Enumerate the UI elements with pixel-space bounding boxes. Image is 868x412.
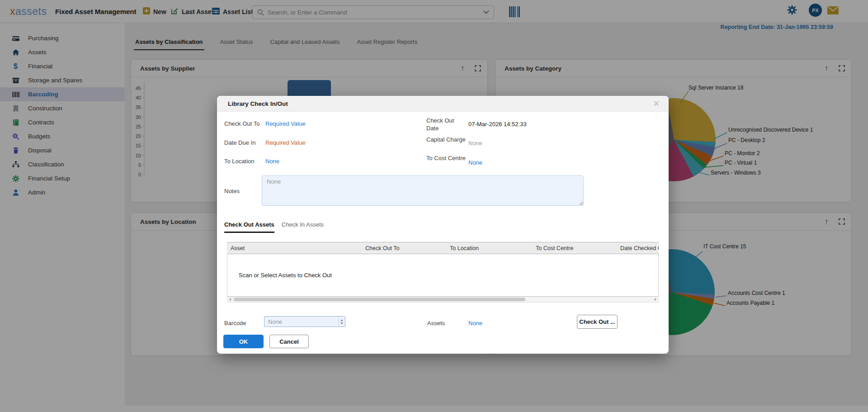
column-header-asset[interactable]: Asset — [231, 245, 245, 251]
grid-header-row: Asset Check Out To To Location To Cost C… — [227, 242, 659, 254]
check-out-to-value-link[interactable]: Required Value — [265, 120, 306, 127]
grid-empty-text: Scan or Select Assets to Check Out — [239, 272, 332, 279]
assets-label: Assets — [427, 320, 445, 327]
column-header-to-location[interactable]: To Location — [450, 245, 479, 251]
capital-charge-value: None — [468, 140, 482, 147]
column-header-check-out-to[interactable]: Check Out To — [365, 245, 400, 251]
assets-value-link[interactable]: None — [468, 320, 482, 327]
capital-charge-label: Capital Charge — [426, 136, 467, 144]
notes-textarea[interactable] — [262, 175, 584, 206]
scrollbar-thumb[interactable] — [234, 298, 525, 301]
tab-check-in-assets[interactable]: Check In Assets — [282, 221, 324, 232]
grid-empty-body: Scan or Select Assets to Check Out — [227, 254, 659, 297]
check-out-date-value: 07-Mar-2026 14:52:33 — [468, 121, 527, 128]
tab-check-out-assets[interactable]: Check Out Assets — [224, 221, 274, 232]
to-cost-centre-value-link[interactable]: None — [468, 159, 482, 166]
check-out-to-label: Check Out To — [224, 120, 260, 127]
app-root: xassets Fixed Asset Management New Last … — [0, 0, 868, 412]
ok-button[interactable]: OK — [223, 335, 264, 348]
assets-grid: Asset Check Out To To Location To Cost C… — [227, 242, 659, 303]
notes-label: Notes — [224, 188, 240, 194]
column-header-to-cost-centre[interactable]: To Cost Centre — [536, 245, 573, 251]
dialog-title: Library Check In/Out — [228, 100, 653, 107]
to-location-label: To Location — [224, 158, 255, 165]
dialog-header: Library Check In/Out ✕ — [217, 96, 669, 112]
date-due-in-value-link[interactable]: Required Value — [265, 139, 306, 146]
horizontal-scrollbar[interactable] — [227, 297, 659, 303]
barcode-label: Barcode — [224, 320, 246, 327]
check-out-button[interactable]: Check Out ... — [577, 315, 618, 329]
close-icon[interactable]: ✕ — [653, 99, 660, 109]
spinner-up-icon[interactable] — [340, 319, 343, 321]
scroll-left-arrow-icon[interactable] — [229, 298, 231, 301]
spinner-down-icon[interactable] — [340, 322, 343, 324]
barcode-spinner[interactable] — [338, 317, 344, 327]
library-check-in-out-dialog: Library Check In/Out ✕ Check Out To Requ… — [217, 96, 669, 354]
barcode-input[interactable] — [264, 316, 345, 327]
scroll-right-arrow-icon[interactable] — [655, 298, 656, 301]
check-out-date-label: Check Out Date — [426, 117, 467, 133]
dialog-tabs: Check Out Assets Check In Assets — [224, 221, 324, 232]
cancel-button[interactable]: Cancel — [269, 335, 309, 348]
to-location-value-link[interactable]: None — [265, 158, 279, 165]
date-due-in-label: Date Due In — [224, 139, 255, 146]
column-header-date-checked-out[interactable]: Date Checked O — [620, 245, 659, 251]
to-cost-centre-label: To Cost Centre — [426, 155, 467, 162]
